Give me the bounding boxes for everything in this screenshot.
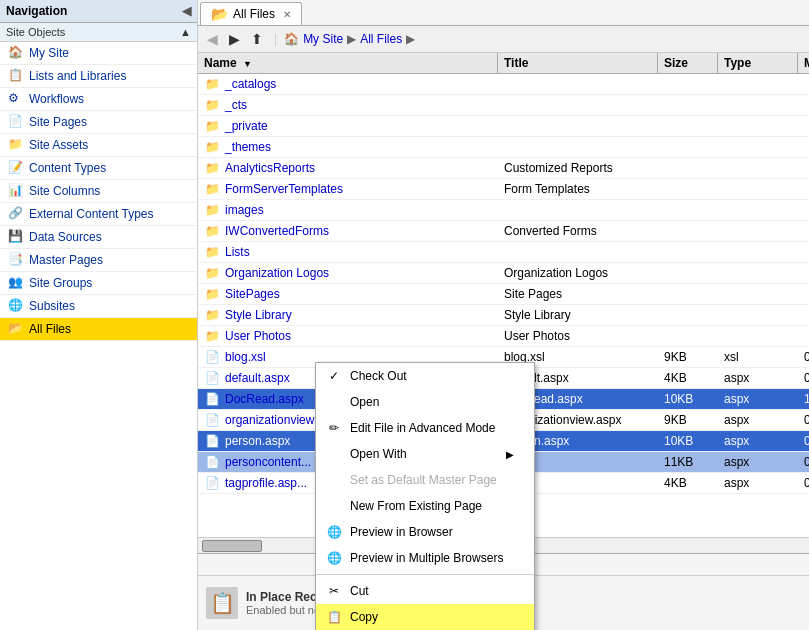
file-cell-title (498, 145, 658, 149)
file-name-link[interactable]: Lists (225, 245, 250, 259)
up-btn[interactable]: ⬆ (247, 29, 267, 49)
sidebar-item-all-files[interactable]: 📂All Files (0, 318, 197, 341)
context-menu-icon-set-default (324, 472, 344, 488)
sidebar-item-label-data-sources: Data Sources (29, 230, 102, 244)
table-row[interactable]: 📁 AnalyticsReports Customized Reports (198, 158, 809, 179)
file-name-link[interactable]: _themes (225, 140, 271, 154)
sidebar-item-site-assets[interactable]: 📁Site Assets (0, 134, 197, 157)
back-btn[interactable]: ◀ (203, 29, 222, 49)
sidebar-item-content-types[interactable]: 📝Content Types (0, 157, 197, 180)
context-menu-item-cut[interactable]: ✂ Cut (316, 578, 534, 604)
file-name-link[interactable]: SitePages (225, 287, 280, 301)
my-site-link[interactable]: My Site (303, 32, 343, 46)
file-cell-name: 📁 _themes (198, 137, 498, 157)
file-cell-title (498, 208, 658, 212)
table-row[interactable]: 📁 Lists (198, 242, 809, 263)
context-menu-label-new-from-existing: New From Existing Page (350, 499, 482, 513)
sidebar-item-lists-libraries[interactable]: 📋Lists and Libraries (0, 65, 197, 88)
context-menu-icon-preview-multiple: 🌐 (324, 550, 344, 566)
table-row[interactable]: 📁 IWConvertedForms Converted Forms (198, 221, 809, 242)
file-icon: 📄 (204, 391, 220, 407)
table-row[interactable]: 📁 Style Library Style Library (198, 305, 809, 326)
all-files-link[interactable]: All Files (360, 32, 402, 46)
file-name-link[interactable]: default.aspx (225, 371, 290, 385)
file-name-link[interactable]: blog.xsl (225, 350, 266, 364)
context-menu-item-new-from-existing[interactable]: New From Existing Page (316, 493, 534, 519)
sidebar-item-label-content-types: Content Types (29, 161, 106, 175)
file-name-link[interactable]: images (225, 203, 264, 217)
context-menu-item-preview-browser[interactable]: 🌐 Preview in Browser (316, 519, 534, 545)
col-modified[interactable]: Modified Date (798, 53, 809, 73)
file-name-link[interactable]: personcontent... (225, 455, 311, 469)
sidebar-header: Navigation ◀ (0, 0, 197, 23)
col-title[interactable]: Title (498, 53, 658, 73)
file-name-link[interactable]: User Photos (225, 329, 291, 343)
table-row[interactable]: 📁 FormServerTemplates Form Templates (198, 179, 809, 200)
file-name-link[interactable]: _cts (225, 98, 247, 112)
sidebar-item-subsites[interactable]: 🌐Subsites (0, 295, 197, 318)
context-menu-item-check-out[interactable]: ✓ Check Out (316, 363, 534, 389)
file-name-link[interactable]: person.aspx (225, 434, 290, 448)
context-menu-icon-check-out: ✓ (324, 368, 344, 384)
sidebar-item-data-sources[interactable]: 💾Data Sources (0, 226, 197, 249)
context-menu-item-edit-advanced[interactable]: ✏ Edit File in Advanced Mode (316, 415, 534, 441)
col-size[interactable]: Size (658, 53, 718, 73)
file-cell-name: 📁 FormServerTemplates (198, 179, 498, 199)
file-cell-modified (798, 82, 809, 86)
table-row[interactable]: 📁 Organization Logos Organization Logos (198, 263, 809, 284)
sidebar-item-site-columns[interactable]: 📊Site Columns (0, 180, 197, 203)
file-cell-name: 📁 images (198, 200, 498, 220)
sidebar-item-master-pages[interactable]: 📑Master Pages (0, 249, 197, 272)
file-cell-type (718, 208, 798, 212)
sidebar-item-site-pages[interactable]: 📄Site Pages (0, 111, 197, 134)
sidebar-item-icon-data-sources: 💾 (8, 229, 24, 245)
file-cell-size (658, 292, 718, 296)
sidebar-item-site-groups[interactable]: 👥Site Groups (0, 272, 197, 295)
table-row[interactable]: 📁 SitePages Site Pages (198, 284, 809, 305)
file-cell-modified (798, 145, 809, 149)
file-cell-name: 📁 IWConvertedForms (198, 221, 498, 241)
sidebar-item-external-content-types[interactable]: 🔗External Content Types (0, 203, 197, 226)
file-cell-title: Customized Reports (498, 159, 658, 177)
context-menu-item-open-with[interactable]: Open With ▶ (316, 441, 534, 467)
scrollbar-thumb[interactable] (202, 540, 262, 552)
file-icon: 📄 (204, 454, 220, 470)
sidebar-collapse-btn[interactable]: ◀ (182, 4, 191, 18)
sidebar-item-icon-site-pages: 📄 (8, 114, 24, 130)
folder-icon: 📁 (204, 286, 220, 302)
file-cell-title: Organization Logos (498, 264, 658, 282)
table-row[interactable]: 📁 _cts (198, 95, 809, 116)
context-menu-item-open[interactable]: Open (316, 389, 534, 415)
table-row[interactable]: 📁 _catalogs (198, 74, 809, 95)
site-objects-expand-icon[interactable]: ▲ (180, 26, 191, 38)
context-menu-icon-preview-browser: 🌐 (324, 524, 344, 540)
sidebar-item-label-lists-libraries: Lists and Libraries (29, 69, 126, 83)
file-name-link[interactable]: tagprofile.asp... (225, 476, 307, 490)
file-cell-name: 📁 Style Library (198, 305, 498, 325)
file-name-link[interactable]: FormServerTemplates (225, 182, 343, 196)
col-type[interactable]: Type (718, 53, 798, 73)
file-name-link[interactable]: AnalyticsReports (225, 161, 315, 175)
forward-btn[interactable]: ▶ (225, 29, 244, 49)
file-name-link[interactable]: IWConvertedForms (225, 224, 329, 238)
file-cell-title: User Photos (498, 327, 658, 345)
file-name-link[interactable]: _private (225, 119, 268, 133)
file-name-link[interactable]: DocRead.aspx (225, 392, 304, 406)
table-row[interactable]: 📁 _themes (198, 137, 809, 158)
tab-close-btn[interactable]: ✕ (283, 9, 291, 20)
context-menu-item-copy[interactable]: 📋 Copy (316, 604, 534, 630)
context-menu-item-preview-multiple[interactable]: 🌐 Preview in Multiple Browsers (316, 545, 534, 571)
table-row[interactable]: 📁 _private (198, 116, 809, 137)
col-name[interactable]: Name ▼ (198, 53, 498, 73)
sidebar-item-workflows[interactable]: ⚙Workflows (0, 88, 197, 111)
table-row[interactable]: 📁 images (198, 200, 809, 221)
all-files-tab[interactable]: 📂 All Files ✕ (200, 2, 302, 25)
file-name-link[interactable]: Organization Logos (225, 266, 329, 280)
file-cell-modified: 11/04/2013 19:57 (798, 390, 809, 408)
file-cell-title (498, 124, 658, 128)
file-name-link[interactable]: _catalogs (225, 77, 276, 91)
folder-icon: 📁 (204, 160, 220, 176)
file-name-link[interactable]: Style Library (225, 308, 292, 322)
table-row[interactable]: 📁 User Photos User Photos (198, 326, 809, 347)
sidebar-item-my-site[interactable]: 🏠My Site (0, 42, 197, 65)
